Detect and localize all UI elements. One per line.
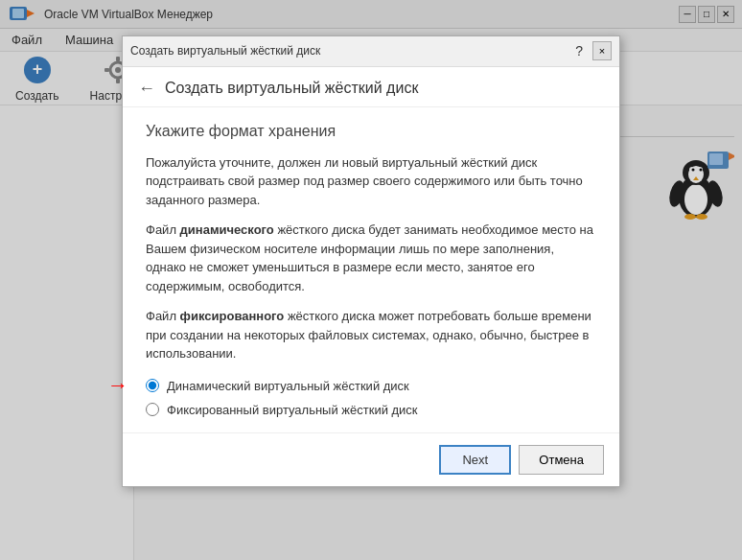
desc3-prefix: Файл [146,309,180,323]
dialog-titlebar: Создать виртуальный жёсткий диск ? × [123,36,619,67]
dynamic-radio[interactable] [146,379,159,392]
section-title: Укажите формат хранения [146,123,596,140]
desc3-bold: фиксированного [180,309,285,323]
fixed-label: Фиксированный виртуальный жёсткий диск [167,403,418,417]
description-3: Файл фиксированного жёсткого диска может… [146,307,596,363]
modal-overlay: Создать виртуальный жёсткий диск ? × ← С… [0,0,742,560]
dialog-title-controls: ? × [575,41,612,60]
dialog-title: Создать виртуальный жёсткий диск [130,44,575,58]
description-1: Пожалуйста уточните, должен ли новый вир… [146,153,596,210]
create-disk-dialog: Создать виртуальный жёсткий диск ? × ← С… [122,35,620,487]
red-arrow-indicator: → [107,373,128,398]
cancel-button[interactable]: Отмена [519,445,604,475]
fixed-option[interactable]: Фиксированный виртуальный жёсткий диск [146,403,596,417]
fixed-radio[interactable] [146,403,159,416]
dialog-header-title: Создать виртуальный жёсткий диск [165,80,418,97]
back-arrow-button[interactable]: ← [138,79,155,99]
next-button[interactable]: Next [439,445,511,475]
dialog-header: ← Создать виртуальный жёсткий диск [123,67,619,107]
dynamic-label: Динамический виртуальный жёсткий диск [167,379,409,393]
dialog-body: Укажите формат хранения Пожалуйста уточн… [123,107,619,432]
dialog-close-button[interactable]: × [592,41,612,60]
desc2-prefix: Файл [146,222,180,237]
description-2: Файл динамического жёсткого диска будет … [146,221,596,295]
dialog-footer: Next Отмена [123,432,619,486]
help-label[interactable]: ? [575,43,583,58]
dynamic-option[interactable]: → Динамический виртуальный жёсткий диск [146,379,596,393]
desc2-bold: динамического [180,222,274,237]
radio-group: → Динамический виртуальный жёсткий диск … [146,379,596,417]
